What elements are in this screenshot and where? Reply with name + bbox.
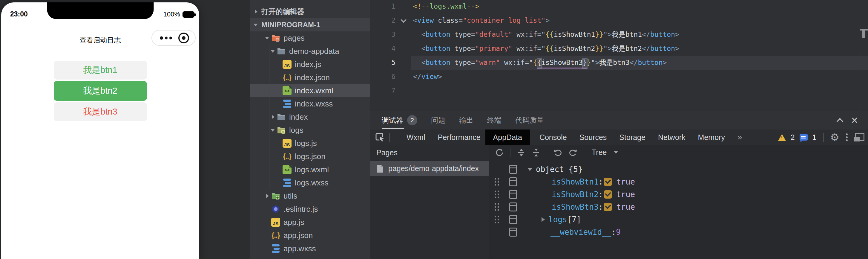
json-icon: {..}: [282, 73, 292, 82]
tree-item-app.wxss[interactable]: app.wxss: [250, 242, 370, 255]
page-item-selected[interactable]: pages/demo-appdata/index: [370, 161, 489, 176]
wxss-icon: [282, 99, 292, 109]
appdata-tree-row[interactable]: isShowBtn3 : true: [489, 201, 868, 213]
wxss-icon: [271, 244, 280, 253]
refresh-icon[interactable]: [495, 148, 504, 157]
panel-tabs: 调试器2问题输出终端代码质量 ×: [370, 111, 868, 130]
appdata-tree-row[interactable]: isShowBtn2 : true: [489, 188, 868, 201]
wx-button-primary[interactable]: 我是btn2: [54, 81, 147, 101]
caret-right-icon[interactable]: [541, 217, 545, 222]
panel-tab-问题[interactable]: 问题: [431, 111, 445, 130]
devtools-tab-Console[interactable]: Console: [539, 130, 567, 145]
tree-item-logs[interactable]: logs: [250, 123, 370, 137]
tree-item-logs.wxml[interactable]: <>logs.wxml: [250, 163, 370, 176]
tree-item-project.config.json[interactable]: {..}project.config.json: [250, 255, 370, 259]
code-editor[interactable]: 1<!--logs.wxml-->2<view class="container…: [370, 0, 868, 111]
devtools-tab-»[interactable]: »: [738, 130, 742, 145]
more-options-icon[interactable]: [844, 134, 849, 141]
settings-icon[interactable]: ⚙: [830, 131, 839, 143]
js-icon: JS: [282, 59, 292, 69]
appdata-tree-row[interactable]: object {5}: [489, 163, 868, 176]
warning-count: 2: [790, 133, 795, 142]
code-line-1[interactable]: 1<!--logs.wxml-->: [370, 0, 868, 13]
inspect-element-icon[interactable]: [375, 133, 385, 142]
collapse-all-icon[interactable]: [532, 148, 540, 157]
tree-item-logs.js[interactable]: JSlogs.js: [250, 137, 370, 150]
message-count: 1: [812, 133, 817, 142]
tree-item-MINIPROGRAM-1[interactable]: MINIPROGRAM-1: [250, 18, 370, 31]
devtools-tab-Wxml[interactable]: Wxml: [406, 130, 425, 145]
exit-icon[interactable]: [178, 33, 189, 44]
cell-icon: [509, 190, 517, 199]
appdata-tree-row[interactable]: isShowBtn1 : true: [489, 176, 868, 188]
tree-item-demo-appdata[interactable]: demo-appdata: [250, 45, 370, 58]
code-line-5[interactable]: 5 <button type="warn" wx:if="{{isShowBtn…: [370, 56, 868, 70]
view-mode-select[interactable]: Tree: [592, 148, 607, 157]
expand-all-icon[interactable]: [517, 148, 525, 157]
more-icon[interactable]: [160, 36, 172, 39]
panel-tab-输出[interactable]: 输出: [459, 111, 473, 130]
tree-item-app.js[interactable]: JSapp.js: [250, 215, 370, 229]
warning-icon[interactable]: [778, 134, 786, 141]
caret-down-icon[interactable]: [527, 168, 532, 171]
tree-item-打开的编辑器[interactable]: 打开的编辑器: [250, 5, 370, 18]
appdata-tree-row[interactable]: __webviewId__ : 9: [489, 226, 868, 238]
code-line-4[interactable]: 4 <button type="primary" wx:if="{{isShow…: [370, 41, 868, 56]
tree-item-logs.json[interactable]: {..}logs.json: [250, 150, 370, 163]
code-line-6[interactable]: 6</view>: [370, 70, 868, 84]
dock-side-icon[interactable]: [854, 133, 864, 141]
tree-item-index.wxss[interactable]: index.wxss: [250, 97, 370, 110]
code-line-3[interactable]: 3 <button type="default" wx:if="{{isShow…: [370, 28, 868, 41]
devtools-tab-Storage[interactable]: Storage: [619, 130, 646, 145]
utils-folder-icon: [271, 191, 280, 201]
devtools-tab-AppData[interactable]: AppData: [485, 130, 530, 145]
js-icon: JS: [271, 218, 280, 227]
collapse-panel-icon[interactable]: [836, 118, 843, 125]
cell-icon: [509, 165, 517, 174]
panel-tab-代码质量[interactable]: 代码质量: [515, 111, 544, 130]
wx-button-default[interactable]: 我是btn1: [54, 61, 147, 80]
appdata-tree-row[interactable]: logs [7]: [489, 213, 868, 226]
folder-icon: [277, 46, 286, 56]
simulator-phone: 23:00 100% 查看启动日志 我是btn1我是btn2我是btn3: [1, 2, 199, 259]
tree-item-index[interactable]: index: [250, 110, 370, 123]
tree-item-utils[interactable]: utils: [250, 189, 370, 202]
code-line-2[interactable]: 2<view class="container log-list">: [370, 13, 868, 28]
checkbox-checked-icon[interactable]: [603, 190, 612, 199]
json-icon: {..}: [282, 152, 292, 161]
editor-scrollbar[interactable]: [860, 0, 868, 111]
code-line-7[interactable]: 7: [370, 84, 868, 98]
message-icon[interactable]: [800, 134, 808, 141]
tree-item-index.json[interactable]: {..}index.json: [250, 71, 370, 84]
tree-item-.eslintrc.js[interactable]: .eslintrc.js: [250, 202, 370, 215]
phone-notch: [47, 2, 154, 19]
checkbox-checked-icon[interactable]: [603, 178, 612, 186]
folder-icon: [277, 112, 286, 122]
tree-item-app.json[interactable]: {..}app.json: [250, 229, 370, 242]
file-explorer: 打开的编辑器MINIPROGRAM-1<>pagesdemo-appdataJS…: [250, 0, 370, 259]
tree-item-index.js[interactable]: JSindex.js: [250, 58, 370, 71]
devtools-tab-Performance[interactable]: Performance: [438, 130, 480, 145]
devtools-tabbar: WxmlPerformanceAppDataConsoleSourcesStor…: [370, 130, 868, 145]
devtools-tab-Network[interactable]: Network: [658, 130, 685, 145]
undo-icon[interactable]: [554, 148, 562, 157]
tree-item-logs.wxss[interactable]: logs.wxss: [250, 176, 370, 189]
drag-handle-icon[interactable]: [495, 216, 499, 223]
wx-button-warn[interactable]: 我是btn3: [54, 102, 147, 121]
close-panel-icon[interactable]: ×: [851, 115, 858, 126]
panel-tab-终端[interactable]: 终端: [487, 111, 501, 130]
drag-handle-icon[interactable]: [495, 178, 499, 186]
capsule-menu[interactable]: [151, 30, 196, 46]
drag-handle-icon[interactable]: [495, 203, 499, 211]
devtools-tab-Sources[interactable]: Sources: [580, 130, 607, 145]
devtools-tab-Memory[interactable]: Memory: [698, 130, 725, 145]
drag-handle-icon[interactable]: [495, 191, 499, 198]
tree-item-index.wxml[interactable]: <>index.wxml: [250, 84, 370, 97]
simulator-buttons: 我是btn1我是btn2我是btn3: [1, 61, 199, 121]
status-battery-group: 100%: [163, 10, 194, 18]
tree-item-pages[interactable]: <>pages: [250, 31, 370, 45]
checkbox-checked-icon[interactable]: [603, 203, 612, 211]
panel-tab-调试器[interactable]: 调试器2: [382, 111, 417, 130]
redo-icon[interactable]: [569, 148, 577, 157]
cell-icon: [509, 177, 517, 186]
